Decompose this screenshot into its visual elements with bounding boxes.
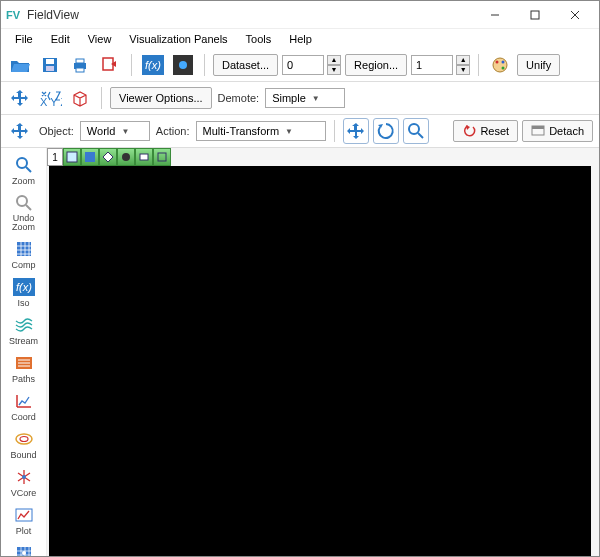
svg-point-38 xyxy=(22,551,26,555)
side-bound[interactable]: Bound xyxy=(4,426,44,462)
spin-up-icon[interactable]: ▲ xyxy=(327,55,341,65)
menu-tools[interactable]: Tools xyxy=(238,31,280,47)
svg-rect-6 xyxy=(46,59,54,64)
side-coord[interactable]: Coord xyxy=(4,388,44,424)
viewer-options-label: Viewer Options... xyxy=(119,92,203,104)
view-tool-2[interactable] xyxy=(81,148,99,166)
menu-edit[interactable]: Edit xyxy=(43,31,78,47)
side-zoom[interactable]: Zoom xyxy=(4,152,44,188)
spin-up-icon[interactable]: ▲ xyxy=(456,55,470,65)
side-comp[interactable]: Comp xyxy=(4,236,44,272)
title-bar: FV FieldView xyxy=(1,1,599,29)
palette-button[interactable] xyxy=(487,52,513,78)
dataset-spinner[interactable]: 0 xyxy=(282,55,324,75)
function-button[interactable]: f(x) xyxy=(140,52,166,78)
side-undo-zoom[interactable]: Undo Zoom xyxy=(4,190,44,234)
toolbar-transform: Object: World ▼ Action: Multi-Transform … xyxy=(1,115,599,148)
menu-view[interactable]: View xyxy=(80,31,120,47)
side-iso[interactable]: f(x)Iso xyxy=(4,274,44,310)
pan-button[interactable] xyxy=(343,118,369,144)
view-tool-3[interactable] xyxy=(99,148,117,166)
move-button[interactable] xyxy=(7,85,33,111)
dataset-spin-controls[interactable]: ▲▼ xyxy=(327,55,341,75)
open-button[interactable] xyxy=(7,52,33,78)
reset-button[interactable]: Reset xyxy=(453,120,518,142)
wizard-button[interactable] xyxy=(170,52,196,78)
demote-dropdown[interactable]: Simple ▼ xyxy=(265,88,345,108)
viewport[interactable] xyxy=(49,166,591,557)
magnifier-icon xyxy=(11,154,37,176)
dataset-label: Dataset... xyxy=(222,59,269,71)
action-label: Action: xyxy=(154,125,192,137)
object-label: Object: xyxy=(37,125,76,137)
print-button[interactable] xyxy=(67,52,93,78)
region-spin-controls[interactable]: ▲▼ xyxy=(456,55,470,75)
svg-rect-2 xyxy=(531,11,539,19)
side-bound-label: Bound xyxy=(10,450,36,460)
dataset-button[interactable]: Dataset... xyxy=(213,54,278,76)
region-button[interactable]: Region... xyxy=(345,54,407,76)
svg-point-27 xyxy=(17,196,27,206)
svg-point-33 xyxy=(16,434,32,444)
side-vcore[interactable]: VCore xyxy=(4,464,44,500)
view-tool-4[interactable] xyxy=(117,148,135,166)
side-paths[interactable]: Paths xyxy=(4,350,44,386)
spin-down-icon[interactable]: ▼ xyxy=(327,65,341,75)
toolbar-main: f(x) Dataset... 0 ▲▼ Region... 1 ▲▼ Unif… xyxy=(1,49,599,82)
viewport-toolbar: 1 xyxy=(47,148,171,166)
svg-rect-42 xyxy=(140,154,148,160)
frame-index: 1 xyxy=(47,148,63,166)
detach-button[interactable]: Detach xyxy=(522,120,593,142)
side-stream[interactable]: Stream xyxy=(4,312,44,348)
menu-help[interactable]: Help xyxy=(281,31,320,47)
transform-icon-button[interactable] xyxy=(7,118,33,144)
cube-button[interactable] xyxy=(67,85,93,111)
paths-icon xyxy=(11,352,37,374)
grid-icon xyxy=(11,238,37,260)
svg-rect-43 xyxy=(158,153,166,161)
svg-point-21 xyxy=(409,124,419,134)
svg-line-26 xyxy=(26,167,31,172)
region-value: 1 xyxy=(416,59,422,71)
minimize-button[interactable] xyxy=(475,2,515,28)
svg-point-16 xyxy=(493,58,507,72)
action-dropdown[interactable]: Multi-Transform ▼ xyxy=(196,121,326,141)
demote-value: Simple xyxy=(272,92,306,104)
rotate-button[interactable] xyxy=(373,118,399,144)
svg-rect-40 xyxy=(85,152,95,162)
xyz-button[interactable]: X Y Z xyxy=(37,85,63,111)
export-button[interactable] xyxy=(97,52,123,78)
svg-rect-24 xyxy=(532,126,544,129)
menu-visualization-panels[interactable]: Visualization Panels xyxy=(121,31,235,47)
unify-button[interactable]: Unify xyxy=(517,54,560,76)
app-icon: FV xyxy=(5,7,21,23)
save-button[interactable] xyxy=(37,52,63,78)
zoom-button[interactable] xyxy=(403,118,429,144)
svg-rect-9 xyxy=(76,59,84,63)
svg-line-22 xyxy=(418,133,423,138)
separator xyxy=(101,87,102,109)
region-spinner[interactable]: 1 xyxy=(411,55,453,75)
side-plot[interactable]: Plot xyxy=(4,502,44,538)
side-stream-label: Stream xyxy=(9,336,38,346)
view-tool-1[interactable] xyxy=(63,148,81,166)
viewer-options-button[interactable]: Viewer Options... xyxy=(110,87,212,109)
svg-point-25 xyxy=(17,158,27,168)
maximize-button[interactable] xyxy=(515,2,555,28)
view-tool-6[interactable] xyxy=(153,148,171,166)
svg-text:X Y Z: X Y Z xyxy=(40,96,62,108)
detach-label: Detach xyxy=(549,125,584,137)
svg-point-41 xyxy=(122,153,130,161)
spin-down-icon[interactable]: ▼ xyxy=(456,65,470,75)
side-iso-label: Iso xyxy=(17,298,29,308)
menu-file[interactable]: File xyxy=(7,31,41,47)
side-comp-label: Comp xyxy=(11,260,35,270)
svg-rect-7 xyxy=(46,66,54,71)
unify-label: Unify xyxy=(526,59,551,71)
view-tool-5[interactable] xyxy=(135,148,153,166)
svg-point-15 xyxy=(179,61,187,69)
side-probe[interactable]: Probe xyxy=(4,540,44,557)
object-dropdown[interactable]: World ▼ xyxy=(80,121,150,141)
svg-text:f(x): f(x) xyxy=(16,281,32,293)
close-button[interactable] xyxy=(555,2,595,28)
